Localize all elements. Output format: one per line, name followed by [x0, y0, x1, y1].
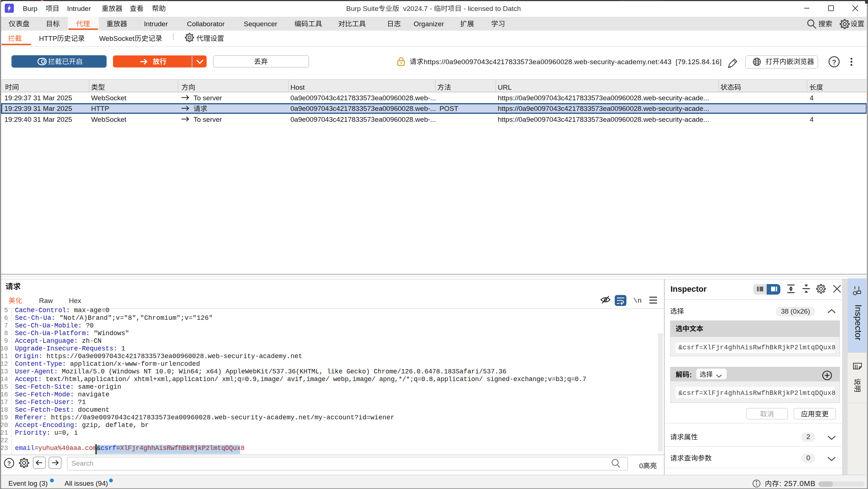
- svg-text:?: ?: [832, 58, 836, 66]
- svg-text:\n: \n: [633, 297, 642, 305]
- svg-text:Hex: Hex: [69, 297, 81, 304]
- svg-text:2: 2: [806, 433, 810, 441]
- svg-text:0: 0: [806, 454, 810, 462]
- svg-text:https://0a9e0097043c4217833573: https://0a9e0097043c4217833573ea00960028…: [424, 58, 722, 66]
- svg-text:WebSocket: WebSocket: [99, 35, 135, 42]
- svg-text:38 (0x26): 38 (0x26): [781, 307, 810, 315]
- svg-text:Burp: Burp: [23, 5, 38, 12]
- svg-text:Intruder: Intruder: [144, 20, 168, 28]
- svg-text:Host: Host: [290, 84, 305, 91]
- svg-text:?: ?: [7, 461, 11, 467]
- svg-text:Event log (3): Event log (3): [8, 480, 48, 487]
- svg-text:Raw: Raw: [39, 297, 53, 304]
- svg-text:Inspector: Inspector: [853, 304, 863, 341]
- svg-text::: :: [689, 371, 692, 379]
- svg-text:All issues (94): All issues (94): [64, 480, 108, 487]
- svg-text:URL: URL: [498, 84, 512, 91]
- svg-text:v2024.7 -: v2024.7 -: [399, 5, 434, 12]
- svg-text:HTTP: HTTP: [39, 35, 57, 42]
- svg-text:Inspector: Inspector: [670, 284, 707, 294]
- svg-text:Sequencer: Sequencer: [244, 20, 278, 28]
- svg-text:- licensed to Datch: - licensed to Datch: [462, 5, 521, 12]
- svg-text:: 257.0MB: : 257.0MB: [779, 479, 816, 488]
- svg-text:Organizer: Organizer: [414, 20, 444, 28]
- svg-text:Collaborator: Collaborator: [187, 20, 225, 28]
- svg-text:0: 0: [639, 462, 643, 470]
- svg-text:Burp Suite: Burp Suite: [346, 5, 379, 12]
- svg-text:Intruder: Intruder: [67, 5, 91, 12]
